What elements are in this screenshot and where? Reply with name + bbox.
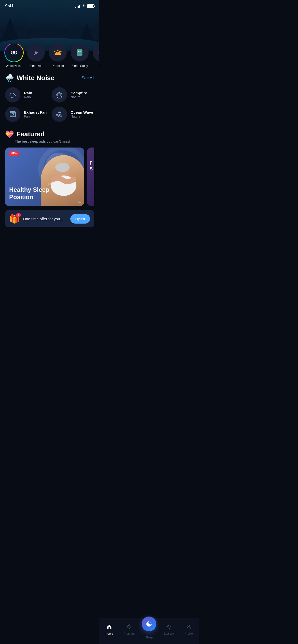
sleep-aid-icon xyxy=(32,49,40,57)
partial-card-text: FS xyxy=(87,148,94,185)
featured-card-1[interactable]: FS xyxy=(87,148,94,206)
white-noise-section: 🌧️ White Noise See All Rain Rain xyxy=(0,68,99,122)
sleep-study-icon-wrap xyxy=(71,44,89,62)
white-noise-icon-wrap xyxy=(5,44,23,62)
sleep-aid-icon-wrap xyxy=(27,44,45,62)
svg-point-4 xyxy=(13,51,15,54)
rain-info: Rain Rain xyxy=(24,91,32,99)
premium-icon xyxy=(54,49,62,56)
white-noise-title-wrap: 🌧️ White Noise xyxy=(5,74,55,82)
category-label-white-noise: White Noise xyxy=(6,64,22,68)
nap-icon-wrap: 💤 xyxy=(93,44,99,62)
status-icons xyxy=(75,4,94,8)
exhaust-fan-name: Exhaust Fan xyxy=(24,110,47,114)
main-content: White Noise Sleep Aid Premium xyxy=(0,11,99,253)
premium-icon-wrap xyxy=(49,44,67,62)
see-all-button[interactable]: See All xyxy=(82,76,94,80)
featured-title: Featured xyxy=(17,130,45,138)
offer-open-button[interactable]: Open xyxy=(70,214,90,224)
exhaust-fan-category: Fan xyxy=(24,114,47,118)
card-number: 57 xyxy=(78,200,82,203)
person-silhouette xyxy=(48,160,79,201)
signal-icon xyxy=(75,4,80,8)
category-item-premium[interactable]: Premium xyxy=(49,44,67,68)
offer-text: One-time offer for you... xyxy=(23,217,67,221)
featured-title-wrap: 💝 Featured xyxy=(5,130,94,138)
white-noise-title: White Noise xyxy=(17,74,55,82)
rain-icon-wrap xyxy=(5,87,20,103)
bottom-spacer xyxy=(0,227,99,253)
category-item-sleep-aid[interactable]: Sleep Aid xyxy=(27,44,45,68)
ocean-wave-icon xyxy=(56,111,63,118)
campfire-info: Campfire Nature xyxy=(71,91,87,99)
exhaust-fan-info: Exhaust Fan Fan xyxy=(24,110,47,118)
rain-icon xyxy=(9,91,16,98)
featured-scroll: NEW Healthy Sleep Position " xyxy=(5,148,94,206)
svg-point-5 xyxy=(54,51,56,52)
rain-name: Rain xyxy=(24,91,32,95)
offer-badge: 1 xyxy=(16,213,21,217)
featured-emoji: 💝 xyxy=(5,130,14,138)
svg-rect-10 xyxy=(78,53,81,53)
category-label-sleep-aid: Sleep Aid xyxy=(30,64,43,68)
quote-mark: " xyxy=(47,181,52,192)
featured-section: 💝 Featured The best sleep aids you can't… xyxy=(0,122,99,206)
campfire-icon-wrap xyxy=(52,87,67,103)
ocean-wave-name: Ocean Wave xyxy=(71,110,93,114)
category-item-nap[interactable]: 💤 Nap xyxy=(93,44,99,68)
category-scroll: White Noise Sleep Aid Premium xyxy=(0,44,99,68)
ocean-wave-category: Nature xyxy=(71,114,93,118)
svg-point-7 xyxy=(57,50,59,51)
white-noise-icon xyxy=(10,49,18,57)
sound-item-rain[interactable]: Rain Rain xyxy=(5,87,48,103)
campfire-category: Nature xyxy=(71,95,87,99)
svg-point-22 xyxy=(55,163,70,172)
category-label-nap: Nap xyxy=(99,64,99,68)
sleep-study-icon xyxy=(76,49,83,57)
svg-point-6 xyxy=(60,51,62,52)
white-noise-emoji: 🌧️ xyxy=(5,74,14,82)
ocean-wave-info: Ocean Wave Nature xyxy=(71,110,93,118)
exhaust-fan-icon xyxy=(9,111,16,118)
battery-icon xyxy=(87,4,94,8)
sound-item-ocean-wave[interactable]: Ocean Wave Nature xyxy=(52,107,94,122)
sound-item-campfire[interactable]: Campfire Nature xyxy=(52,87,94,103)
category-label-sleep-study: Sleep Study xyxy=(72,64,88,68)
featured-card-0[interactable]: NEW Healthy Sleep Position " xyxy=(5,148,84,206)
campfire-name: Campfire xyxy=(71,91,87,95)
ocean-wave-icon-wrap xyxy=(52,107,67,122)
featured-card-title: Healthy Sleep Position xyxy=(9,186,50,201)
sound-item-exhaust-fan[interactable]: Exhaust Fan Fan xyxy=(5,107,48,122)
offer-banner: 🎁 1 One-time offer for you... Open xyxy=(5,210,94,227)
svg-rect-9 xyxy=(78,51,79,52)
rain-category: Rain xyxy=(24,95,32,99)
category-label-premium: Premium xyxy=(52,64,64,68)
category-item-sleep-study[interactable]: Sleep Study xyxy=(71,44,89,68)
status-time: 9:41 xyxy=(5,4,14,9)
svg-rect-8 xyxy=(77,49,82,56)
svg-rect-11 xyxy=(78,54,80,54)
category-item-white-noise[interactable]: White Noise xyxy=(5,44,23,68)
exhaust-fan-icon-wrap xyxy=(5,107,20,122)
wifi-icon xyxy=(82,4,86,8)
campfire-icon xyxy=(56,91,63,98)
sound-grid: Rain Rain Campfire Nature xyxy=(5,87,94,122)
offer-icon-wrap: 🎁 1 xyxy=(9,214,20,224)
new-badge: NEW xyxy=(9,151,19,156)
featured-subtitle: The best sleep aids you can't miss! xyxy=(5,139,94,143)
status-bar: 9:41 xyxy=(0,0,99,11)
white-noise-header: 🌧️ White Noise See All xyxy=(5,74,94,82)
